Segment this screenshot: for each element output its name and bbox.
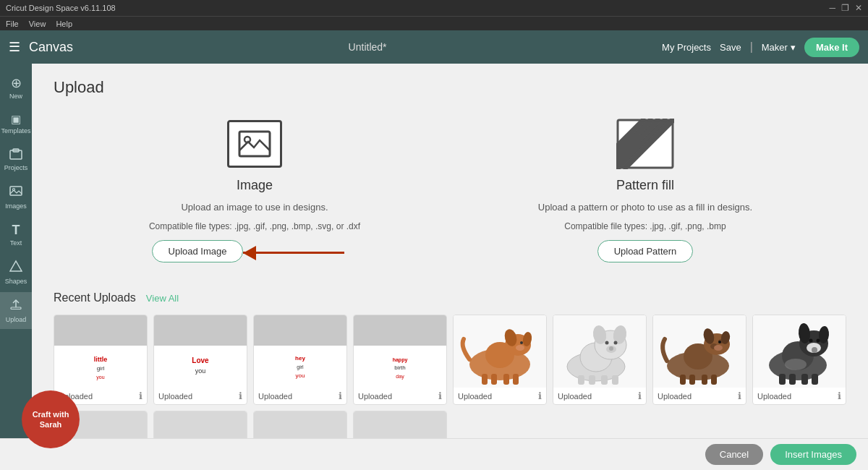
image-option-compat: Compatible file types: .jpg, .gif, .png,… [149, 221, 360, 231]
sidebar-item-shapes[interactable]: Shapes [0, 254, 32, 291]
svg-rect-35 [503, 374, 509, 385]
svg-rect-6 [239, 132, 270, 156]
menu-view[interactable]: View [29, 20, 46, 28]
svg-marker-4 [10, 261, 22, 271]
svg-rect-36 [513, 374, 519, 385]
svg-rect-46 [578, 375, 584, 385]
cancel-button[interactable]: Cancel [705, 444, 763, 465]
thumb-gray-top [354, 315, 446, 346]
close-button[interactable]: ✕ [855, 3, 862, 13]
info-icon[interactable]: ℹ [738, 390, 741, 401]
upload-thumbnail[interactable]: Love you Uploaded ℹ [153, 315, 247, 405]
thumb-partial [354, 411, 446, 440]
sidebar-item-images[interactable]: Images [0, 179, 32, 215]
dog-image [553, 315, 646, 388]
projects-icon [9, 148, 22, 163]
info-icon[interactable]: ℹ [838, 390, 841, 401]
thumb-image: little girl you [54, 315, 147, 388]
sidebar-item-text[interactable]: T Text [0, 217, 32, 252]
upload-options: Image Upload an image to use in designs.… [54, 119, 846, 262]
info-icon[interactable]: ℹ [638, 390, 642, 401]
upload-pattern-button[interactable]: Upload Pattern [597, 240, 694, 262]
info-icon[interactable]: ℹ [139, 390, 142, 401]
upload-thumbnail[interactable]: Uploaded ℹ [553, 315, 647, 405]
minimize-button[interactable]: ─ [829, 3, 835, 13]
upload-icon [9, 298, 22, 315]
sidebar-item-upload[interactable]: Upload [0, 292, 32, 329]
thumb-image: happy birth day [354, 315, 446, 388]
upload-thumbnail[interactable]: Uploaded ℹ [752, 315, 846, 405]
upload-thumbnail[interactable]: Uploaded ℹ [652, 315, 746, 405]
templates-icon: ▣ [11, 113, 21, 126]
thumb-status: Uploaded [158, 392, 192, 401]
recent-uploads-title: Recent Uploads [54, 291, 136, 304]
make-it-button[interactable]: Make It [804, 38, 859, 57]
svg-rect-48 [601, 375, 608, 385]
svg-rect-62 [711, 375, 717, 385]
maker-dropdown-button[interactable]: Maker ▾ [762, 42, 796, 53]
text-icon: T [12, 223, 20, 238]
image-option-title: Image [237, 178, 273, 193]
maximize-button[interactable]: ❐ [841, 3, 849, 13]
chevron-down-icon: ▾ [791, 42, 796, 53]
upload-thumbnail[interactable]: little girl you Uploaded ℹ [54, 315, 148, 405]
svg-rect-61 [702, 375, 707, 385]
pattern-option-compat: Compatible file types: .jpg, .gif, .png,… [564, 221, 726, 231]
pattern-option-icon [616, 119, 674, 169]
main-toolbar: ☰ Canvas Untitled* My Projects Save | Ma… [0, 30, 868, 64]
image-icon-box [227, 120, 282, 168]
pattern-upload-option: Pattern fill Upload a pattern or photo t… [464, 119, 826, 262]
svg-point-42 [605, 341, 609, 344]
menu-file[interactable]: File [6, 20, 19, 28]
dog-image [454, 315, 546, 388]
thumb-content: hey girl you [254, 346, 346, 388]
svg-rect-47 [589, 375, 595, 385]
image-upload-option: Image Upload an image to use in designs.… [74, 119, 435, 262]
upload-thumbnail[interactable]: hey girl you Uploaded ℹ [253, 315, 347, 405]
thumb-status: Uploaded [558, 392, 592, 401]
upload-thumbnail[interactable]: happy birth day Uploaded ℹ [353, 315, 447, 405]
upload-thumbnail[interactable]: Uploaded ℹ [453, 315, 547, 405]
info-icon[interactable]: ℹ [239, 390, 242, 401]
thumb-label-row: Uploaded ℹ [553, 388, 646, 404]
sidebar-item-projects[interactable]: Projects [0, 142, 32, 177]
svg-point-72 [812, 347, 817, 353]
info-icon[interactable]: ℹ [339, 390, 342, 401]
svg-point-57 [718, 341, 721, 343]
main-layout: ⊕ New ▣ Templates Projects [0, 64, 868, 470]
title-bar: Cricut Design Space v6.11.108 ─ ❐ ✕ [0, 0, 868, 16]
svg-point-43 [614, 341, 618, 344]
svg-rect-59 [680, 375, 686, 385]
svg-rect-33 [482, 374, 488, 385]
info-icon[interactable]: ℹ [538, 390, 542, 401]
pattern-option-title: Pattern fill [616, 178, 674, 193]
app-title-bar: Cricut Design Space v6.11.108 [6, 4, 116, 12]
shapes-icon [9, 260, 22, 276]
svg-text:you: you [96, 375, 104, 380]
svg-point-58 [714, 345, 723, 351]
toolbar-divider: | [750, 40, 753, 54]
toolbar-right: My Projects Save | Maker ▾ Make It [662, 38, 859, 57]
dog-image [653, 315, 746, 388]
svg-rect-73 [779, 374, 786, 385]
thumb-status: Uploaded [358, 392, 392, 401]
content-area: Upload Image Upload an image to use in d… [32, 64, 868, 470]
insert-images-button[interactable]: Insert Images [770, 444, 856, 465]
upload-image-button[interactable]: Upload Image [152, 240, 244, 262]
sidebar-item-templates[interactable]: ▣ Templates [0, 107, 32, 140]
view-all-link[interactable]: View All [146, 293, 179, 304]
svg-text:you: you [296, 372, 305, 379]
menu-help[interactable]: Help [56, 20, 72, 28]
hamburger-menu-icon[interactable]: ☰ [9, 39, 20, 55]
info-icon[interactable]: ℹ [438, 390, 442, 401]
save-button[interactable]: Save [720, 42, 741, 53]
thumb-gray-top [154, 315, 247, 346]
thumb-status: Uploaded [458, 392, 492, 401]
document-title: Untitled* [349, 41, 387, 53]
svg-rect-60 [689, 375, 695, 385]
svg-rect-34 [491, 374, 497, 385]
svg-point-67 [785, 359, 807, 370]
sidebar-label-images: Images [5, 202, 27, 210]
my-projects-button[interactable]: My Projects [662, 42, 711, 53]
sidebar-item-new[interactable]: ⊕ New [0, 69, 32, 106]
